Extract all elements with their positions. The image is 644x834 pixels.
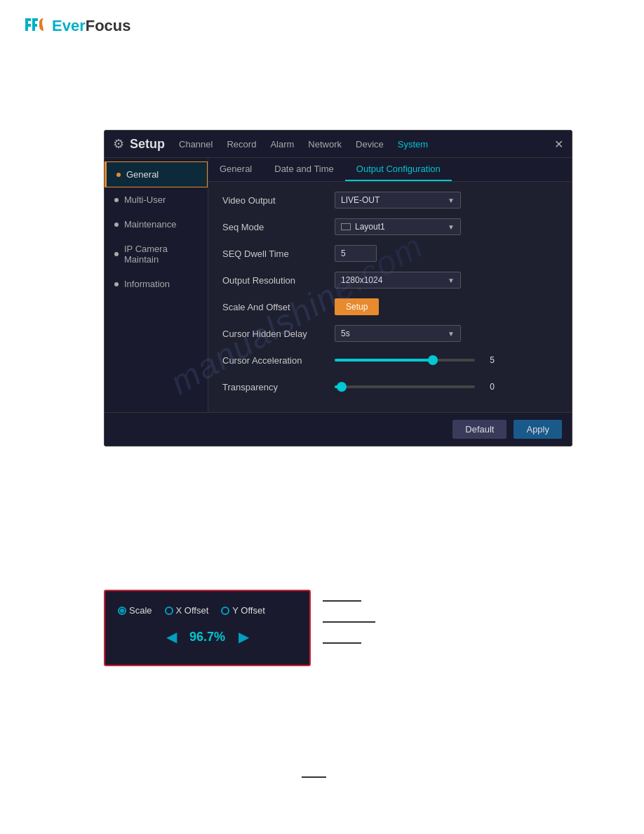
nav-network[interactable]: Network	[308, 138, 342, 151]
scale-decrease-button[interactable]: ◀	[166, 628, 177, 645]
transparency-row: Transparency 0	[222, 377, 558, 397]
nav-record[interactable]: Record	[227, 138, 256, 151]
seq-dwell-label: SEQ Dwell Time	[222, 249, 335, 259]
scale-options: Scale X Offset Y Offset	[118, 605, 297, 616]
scale-offset-row: Scale And Offset Setup	[222, 297, 558, 317]
nav-menu: Channel Record Alarm Network Device Syst…	[179, 138, 554, 151]
scale-radio-dot-scale	[118, 607, 126, 615]
seq-mode-row: Seq Mode Layout1 ▼	[222, 217, 558, 237]
nav-system[interactable]: System	[398, 138, 428, 151]
scale-value: 96.7%	[187, 630, 229, 644]
scale-lines	[323, 600, 375, 644]
cursor-accel-thumb[interactable]	[428, 355, 438, 365]
bottom-line	[302, 776, 326, 778]
everfocus-logo-icon	[21, 13, 48, 39]
setup-dialog: ⚙ Setup Channel Record Alarm Network Dev…	[104, 130, 572, 446]
sidebar: General Multi-User Maintenance IP Camera…	[105, 158, 208, 412]
scale-line-3	[323, 642, 361, 644]
default-button[interactable]: Default	[452, 420, 507, 439]
settings-form: Video Output LIVE-OUT ▼ Seq Mode	[208, 182, 572, 412]
sidebar-item-general[interactable]: General	[105, 161, 208, 187]
sidebar-dot	[114, 198, 119, 202]
sidebar-label-ip-camera: IP Camera Maintain	[124, 244, 198, 265]
dialog-footer: Default Apply	[105, 412, 572, 446]
scale-radio-yoffset[interactable]: Y Offset	[221, 605, 265, 616]
seq-mode-dropdown[interactable]: Layout1 ▼	[335, 218, 461, 235]
sidebar-dot	[114, 252, 119, 256]
cursor-hidden-control: 5s ▼	[335, 325, 558, 342]
sidebar-item-maintenance[interactable]: Maintenance	[105, 212, 208, 237]
output-res-label: Output Resolution	[222, 275, 335, 286]
video-output-control: LIVE-OUT ▼	[335, 192, 558, 208]
sidebar-label-general: General	[126, 169, 159, 180]
nav-device[interactable]: Device	[356, 138, 384, 151]
sidebar-dot	[116, 173, 121, 177]
seq-dwell-row: SEQ Dwell Time 5	[222, 244, 558, 263]
sidebar-item-information[interactable]: Information	[105, 272, 208, 296]
tab-general[interactable]: General	[208, 158, 263, 181]
dropdown-arrow: ▼	[448, 197, 455, 204]
cursor-accel-fill	[335, 359, 433, 362]
cursor-accel-slider[interactable]	[335, 359, 475, 362]
cursor-hidden-value: 5s	[341, 329, 350, 338]
sidebar-item-multi-user[interactable]: Multi-User	[105, 187, 208, 212]
scale-widget: Scale X Offset Y Offset ◀ 96.7% ▶	[104, 590, 311, 666]
tab-date-time[interactable]: Date and Time	[263, 158, 345, 181]
dropdown-arrow: ▼	[448, 330, 455, 338]
output-res-control: 1280x1024 ▼	[335, 272, 558, 289]
transparency-track	[335, 385, 475, 388]
video-output-row: Video Output LIVE-OUT ▼	[222, 190, 558, 210]
dialog-titlebar: ⚙ Setup Channel Record Alarm Network Dev…	[105, 131, 572, 158]
transparency-thumb[interactable]	[337, 382, 347, 392]
dialog-title: Setup	[130, 137, 165, 152]
cursor-accel-label: Cursor Acceleration	[222, 355, 335, 366]
logo-text: EverFocus	[52, 17, 131, 35]
scale-offset-control: Setup	[335, 298, 558, 315]
nav-channel[interactable]: Channel	[179, 138, 213, 151]
cursor-accel-row: Cursor Acceleration 5	[222, 350, 558, 370]
transparency-slider[interactable]	[335, 385, 475, 388]
dropdown-arrow: ▼	[448, 277, 455, 284]
close-button[interactable]: ✕	[554, 138, 563, 151]
scale-line-1	[323, 600, 361, 602]
scale-increase-button[interactable]: ▶	[239, 628, 249, 645]
scale-radio-dot-xoffset	[165, 607, 173, 615]
tab-output-config[interactable]: Output Configuration	[345, 158, 452, 181]
seq-dwell-input[interactable]: 5	[335, 245, 377, 262]
scale-line-2	[323, 621, 375, 623]
scale-radio-xoffset[interactable]: X Offset	[165, 605, 209, 616]
dropdown-arrow: ▼	[448, 223, 455, 231]
cursor-accel-value: 5	[481, 355, 495, 365]
cursor-accel-control: 5	[335, 355, 558, 365]
cursor-hidden-label: Cursor Hidden Delay	[222, 329, 335, 339]
scale-option-xoffset: X Offset	[176, 605, 209, 616]
cursor-hidden-dropdown[interactable]: 5s ▼	[335, 325, 461, 342]
cursor-accel-track	[335, 359, 475, 362]
seq-mode-control: Layout1 ▼	[335, 218, 558, 235]
gear-icon: ⚙	[113, 136, 124, 152]
scale-option-scale: Scale	[129, 605, 152, 616]
seq-dwell-control: 5	[335, 245, 558, 262]
video-output-label: Video Output	[222, 195, 335, 206]
apply-button[interactable]: Apply	[514, 420, 562, 439]
scale-setup-button[interactable]: Setup	[335, 298, 379, 315]
scale-radio-dot-yoffset	[221, 607, 229, 615]
video-output-dropdown[interactable]: LIVE-OUT ▼	[335, 192, 461, 208]
sub-tabs: General Date and Time Output Configurati…	[208, 158, 572, 182]
sidebar-dot	[114, 282, 119, 286]
seq-mode-value: Layout1	[355, 222, 385, 232]
sidebar-label-maintenance: Maintenance	[124, 219, 176, 230]
transparency-label: Transparency	[222, 382, 335, 392]
sidebar-label-multi-user: Multi-User	[124, 194, 166, 205]
nav-alarm[interactable]: Alarm	[270, 138, 294, 151]
output-res-value: 1280x1024	[341, 275, 382, 285]
dialog-body: General Multi-User Maintenance IP Camera…	[105, 158, 572, 412]
transparency-control: 0	[335, 382, 558, 392]
sidebar-dot	[114, 223, 119, 227]
output-res-dropdown[interactable]: 1280x1024 ▼	[335, 272, 461, 289]
sidebar-item-ip-camera[interactable]: IP Camera Maintain	[105, 237, 208, 272]
video-output-value: LIVE-OUT	[341, 195, 380, 205]
seq-mode-label: Seq Mode	[222, 222, 335, 232]
scale-radio-scale[interactable]: Scale	[118, 605, 152, 616]
sidebar-label-information: Information	[124, 279, 170, 289]
